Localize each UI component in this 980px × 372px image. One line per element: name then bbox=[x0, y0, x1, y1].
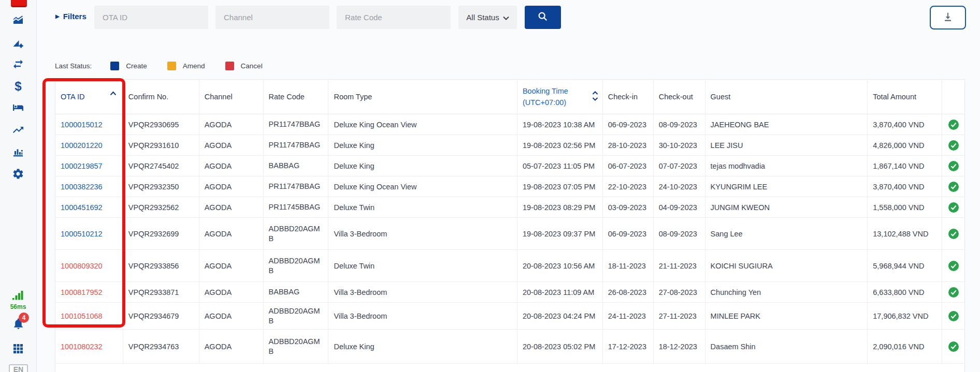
cell-room-type: Deluxe King Ocean View bbox=[334, 183, 416, 191]
sidebar-item-reports[interactable] bbox=[0, 37, 36, 50]
col-header-channel: Channel bbox=[199, 80, 264, 114]
cell-channel: AGODA bbox=[205, 162, 232, 170]
cell-ota-id[interactable]: 1000510212 bbox=[61, 230, 103, 238]
cell-room-type: Deluxe Twin bbox=[334, 203, 374, 212]
cell-confirm-no: VPQR2931610 bbox=[128, 141, 179, 150]
sidebar-item-statistics[interactable] bbox=[0, 145, 36, 158]
signal-bars-icon bbox=[11, 288, 25, 301]
sidebar-item-settings[interactable] bbox=[0, 168, 36, 180]
cell-ota-id[interactable]: 1000201220 bbox=[61, 141, 103, 150]
cell-guest: Chunching Yen bbox=[711, 288, 761, 296]
cell-guest: MINLEE PARK bbox=[711, 312, 760, 320]
cell-channel: AGODA bbox=[205, 141, 232, 150]
cell-ota-id[interactable]: 1001051068 bbox=[61, 312, 103, 320]
cell-booking-time: 05-07-2023 11:05 PM bbox=[523, 162, 595, 170]
sidebar-item-revenue[interactable]: $ bbox=[0, 79, 36, 94]
cell-ota-id[interactable]: 1000451692 bbox=[61, 203, 103, 212]
cell-check-out: 18-12-2023 bbox=[659, 343, 697, 351]
cell-guest: JUNGIM KWEON bbox=[711, 203, 770, 212]
cell-booking-time: 19-08-2023 07:05 PM bbox=[523, 183, 595, 191]
status-success-icon bbox=[942, 114, 964, 135]
cell-check-out: 30-10-2023 bbox=[659, 141, 697, 150]
ota-id-input[interactable] bbox=[94, 6, 208, 29]
sidebar: $ 56ms bbox=[0, 0, 37, 372]
status-dropdown[interactable]: All Status bbox=[458, 6, 517, 29]
sort-updown-icon bbox=[592, 91, 598, 103]
cell-booking-time: 20-08-2023 04:24 PM bbox=[523, 312, 595, 320]
cell-check-out: 24-10-2023 bbox=[659, 183, 697, 191]
cell-channel: AGODA bbox=[205, 121, 232, 129]
sidebar-item-rooms[interactable] bbox=[0, 101, 36, 114]
cell-channel: AGODA bbox=[205, 312, 232, 320]
col-header-ota-id[interactable]: OTA ID bbox=[55, 80, 123, 114]
cell-ota-id[interactable]: 1000015012 bbox=[61, 121, 103, 129]
cell-rate-code: ADBBD20AGMB bbox=[269, 337, 323, 356]
sidebar-item-notifications[interactable] bbox=[0, 317, 36, 330]
sidebar-item-transactions[interactable] bbox=[0, 58, 36, 70]
cell-check-out: 27-08-2023 bbox=[659, 288, 697, 296]
legend-amend-label: Amend bbox=[183, 62, 205, 70]
area-chart-icon bbox=[12, 14, 24, 27]
cell-channel: AGODA bbox=[205, 230, 232, 238]
table-row: 1000015012VPQR2930695AGODAPR11747BBAGDel… bbox=[55, 114, 964, 135]
cell-booking-time: 20-08-2023 05:02 PM bbox=[523, 343, 595, 351]
cell-confirm-no: VPQR2933856 bbox=[128, 262, 179, 270]
status-success-icon bbox=[942, 176, 964, 197]
table-row: 1000510212VPQR2932699AGODAADBBD20AGMBVil… bbox=[55, 218, 964, 250]
partial-next-row bbox=[55, 364, 964, 372]
chevron-down-icon bbox=[503, 13, 509, 22]
col-header-booking-time[interactable]: Booking Time (UTC+07:00) bbox=[517, 80, 603, 114]
status-success-icon bbox=[942, 303, 964, 329]
cell-ota-id[interactable]: 1001080232 bbox=[61, 343, 103, 351]
download-button[interactable] bbox=[930, 6, 966, 29]
latency-value: 56ms bbox=[0, 303, 36, 310]
cell-room-type: Deluxe King bbox=[334, 141, 374, 150]
cell-check-out: 08-09-2023 bbox=[659, 230, 697, 238]
booking-management-screen: $ 56ms bbox=[0, 0, 980, 372]
table-row: 1000809320VPQR2933856AGODAADBBD20AGMBDel… bbox=[55, 250, 964, 282]
app-logo[interactable] bbox=[11, 0, 27, 7]
cell-ota-id[interactable]: 1000219857 bbox=[61, 162, 103, 170]
rate-code-input[interactable] bbox=[337, 6, 451, 29]
col-header-total-amount: Total Amount bbox=[868, 80, 942, 114]
status-success-icon bbox=[942, 197, 964, 217]
cell-rate-code: ADBBD20AGMB bbox=[269, 256, 323, 276]
status-success-icon bbox=[942, 330, 964, 363]
search-button[interactable] bbox=[525, 6, 561, 29]
cell-check-in: 03-09-2023 bbox=[608, 203, 646, 212]
filters-toggle[interactable]: ▶ Filters bbox=[55, 12, 87, 21]
cell-booking-time: 20-08-2023 11:09 AM bbox=[523, 288, 594, 296]
sidebar-item-trends[interactable] bbox=[0, 124, 36, 136]
cell-channel: AGODA bbox=[205, 262, 232, 270]
bed-icon bbox=[11, 101, 25, 114]
cell-rate-code: ADBBD20AGMB bbox=[269, 224, 323, 244]
cell-room-type: Deluxe King bbox=[334, 162, 374, 170]
status-success-icon bbox=[942, 218, 964, 249]
cell-check-in: 28-10-2023 bbox=[608, 141, 646, 150]
gear-icon bbox=[12, 168, 24, 180]
cell-total-amount: 3,870,400 VND bbox=[873, 121, 924, 129]
sidebar-item-apps[interactable] bbox=[0, 343, 36, 355]
cell-ota-id[interactable]: 1000382236 bbox=[61, 183, 103, 191]
cell-channel: AGODA bbox=[205, 203, 232, 212]
cell-ota-id[interactable]: 1000809320 bbox=[61, 262, 103, 270]
cell-confirm-no: VPQR2932350 bbox=[128, 183, 179, 191]
sort-ascending-icon bbox=[110, 89, 117, 97]
cell-ota-id[interactable]: 1000817952 bbox=[61, 288, 103, 296]
cell-guest: JAEHEONG BAE bbox=[711, 121, 769, 129]
legend-create-label: Create bbox=[126, 62, 147, 70]
cell-rate-code: PR11747BBAG bbox=[269, 182, 321, 191]
search-icon bbox=[537, 11, 549, 24]
status-success-icon bbox=[942, 282, 964, 302]
cell-check-out: 04-09-2023 bbox=[659, 203, 697, 212]
cell-check-in: 17-12-2023 bbox=[608, 343, 646, 351]
sidebar-item-dashboard[interactable] bbox=[0, 14, 36, 27]
expand-triangle-icon: ▶ bbox=[55, 13, 60, 19]
channel-input[interactable] bbox=[215, 6, 329, 29]
status-success-icon bbox=[942, 135, 964, 155]
language-selector[interactable]: EN bbox=[9, 364, 28, 372]
cell-guest: Dasaem Shin bbox=[711, 343, 756, 351]
cell-rate-code: PR11747BBAG bbox=[269, 120, 321, 129]
table-row: 1000817952VPQR2933871AGODABABBAGVilla 3-… bbox=[55, 282, 964, 303]
col-header-status bbox=[942, 80, 964, 114]
